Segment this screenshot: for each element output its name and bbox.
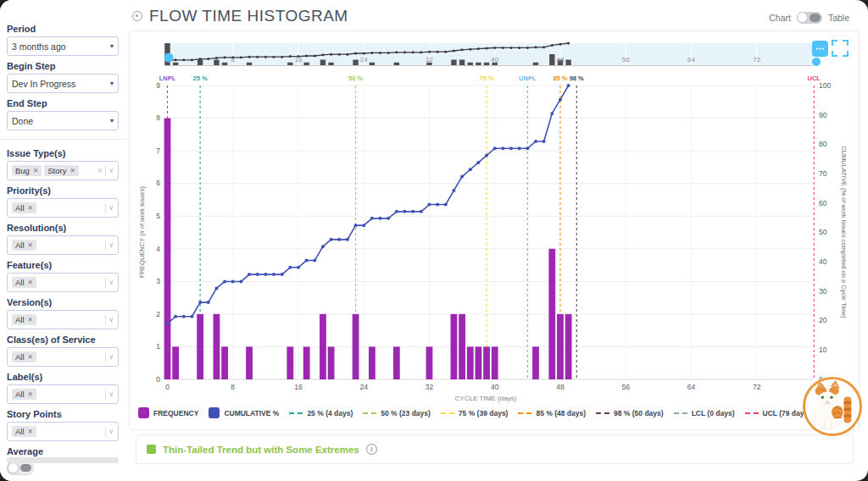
frequency-bar[interactable]: [353, 314, 359, 379]
frequency-bar[interactable]: [287, 346, 293, 379]
filter-issue-type-s[interactable]: Bug✕Story✕✕∨: [7, 161, 119, 180]
legend-label: CUMULATIVE %: [224, 409, 279, 417]
frequency-bar[interactable]: [164, 119, 171, 379]
chevron-down-icon[interactable]: ∨: [108, 241, 114, 249]
frequency-bar[interactable]: [565, 314, 572, 379]
y-left-tick-label: 3: [156, 277, 160, 285]
legend-item-98-50-days[interactable]: 98 % (50 days): [596, 409, 664, 417]
remove-icon[interactable]: ✕: [28, 241, 33, 249]
remove-icon[interactable]: ✕: [28, 204, 33, 212]
cumulative-point: [182, 315, 186, 318]
chevron-down-icon[interactable]: ∨: [108, 316, 114, 323]
frequency-bar[interactable]: [532, 346, 539, 379]
frequency-bar[interactable]: [548, 249, 555, 379]
filter-priority-s[interactable]: All✕∨: [7, 198, 119, 218]
frequency-bar[interactable]: [214, 314, 220, 379]
frequency-bar[interactable]: [303, 346, 310, 379]
chevron-down-icon[interactable]: ∨: [108, 279, 114, 286]
filter-label: Story Points: [7, 409, 119, 419]
brush-right-handle[interactable]: [812, 58, 821, 66]
frequency-bar[interactable]: [320, 314, 326, 379]
filter-field: Priority(s)All✕∨: [7, 185, 119, 218]
filter-version-s[interactable]: All✕∨: [7, 310, 119, 329]
legend-label: 75 % (39 days): [459, 409, 509, 417]
filter-story-points[interactable]: All✕∨: [7, 422, 119, 441]
cumulative-point: [387, 217, 390, 220]
frequency-bar[interactable]: [492, 346, 498, 379]
filter-end-step[interactable]: Done▾: [7, 111, 119, 130]
legend-item-ucl-79-days[interactable]: UCL (79 days): [745, 409, 811, 417]
remove-icon[interactable]: ✕: [28, 316, 33, 323]
legend-item-frequency[interactable]: FREQUENCY: [138, 407, 198, 418]
frequency-bar[interactable]: [393, 346, 400, 379]
x-tick-label: 48: [556, 383, 565, 391]
chevron-down-icon[interactable]: ∨: [108, 204, 114, 212]
legend-item-50-23-days[interactable]: 50 % (23 days): [363, 409, 431, 417]
brush-background[interactable]: [164, 43, 813, 65]
filter-resolution-s[interactable]: All✕∨: [7, 235, 119, 255]
filter-feature-s[interactable]: All✕∨: [7, 273, 119, 292]
frequency-bar[interactable]: [197, 314, 203, 379]
cat-avatar[interactable]: [803, 377, 862, 436]
brush-bar: [222, 63, 227, 65]
sidebar-horizontal-scrollbar[interactable]: [7, 457, 119, 463]
legend-item-75-39-days[interactable]: 75 % (39 days): [441, 409, 509, 417]
remove-icon[interactable]: ✕: [28, 390, 33, 398]
chip-all: All✕: [12, 351, 36, 362]
frequency-bar[interactable]: [172, 346, 179, 379]
chevron-down-icon[interactable]: ∨: [108, 353, 114, 361]
chevron-down-icon[interactable]: ∨: [108, 390, 114, 398]
view-toggle-switch[interactable]: [797, 12, 822, 24]
remove-icon[interactable]: ✕: [28, 428, 33, 435]
flow-time-chart[interactable]: 81624324048566472LNPL25 %50 %75 %UNPL85 …: [130, 31, 860, 404]
frequency-bar[interactable]: [369, 346, 376, 379]
remove-icon[interactable]: ✕: [33, 167, 38, 174]
frequency-bar[interactable]: [467, 346, 474, 379]
info-icon[interactable]: i: [366, 444, 377, 455]
remove-icon[interactable]: ✕: [70, 167, 75, 174]
brush-bar: [370, 63, 375, 65]
marker-label-75: 75 %: [479, 75, 493, 82]
filter-period[interactable]: 3 months ago▾: [7, 36, 119, 56]
cumulative-point: [321, 245, 325, 248]
frequency-bar[interactable]: [451, 314, 458, 379]
brush-minimap[interactable]: 81624324048566472: [164, 41, 849, 66]
frequency-bar[interactable]: [483, 346, 490, 379]
legend-swatch: [441, 412, 454, 414]
expand-icon[interactable]: [832, 41, 848, 56]
remove-icon[interactable]: ✕: [28, 279, 33, 286]
legend-item-85-48-days[interactable]: 85 % (48 days): [518, 409, 586, 417]
legend-item-lcl-0-days[interactable]: LCL (0 days): [674, 409, 735, 417]
chevron-down-icon[interactable]: ∨: [108, 428, 114, 435]
frequency-bar[interactable]: [459, 314, 465, 379]
cumulative-point: [223, 279, 226, 283]
brush-left-handle[interactable]: [164, 53, 174, 63]
frequency-bar[interactable]: [221, 346, 228, 379]
table-toggle-label[interactable]: Table: [828, 13, 849, 23]
chart-toggle-label[interactable]: Chart: [769, 13, 791, 23]
filter-class-es-of-service[interactable]: All✕∨: [7, 347, 119, 367]
filter-field: Class(es) of ServiceAll✕∨: [7, 334, 119, 367]
frequency-bar[interactable]: [557, 314, 564, 379]
chevron-down-icon[interactable]: ∨: [108, 167, 114, 174]
frequency-bar[interactable]: [475, 346, 481, 379]
legend-label: 98 % (50 days): [614, 409, 664, 417]
brush-bar: [468, 63, 473, 65]
x-tick-label: 8: [231, 383, 235, 391]
brush-bar: [214, 60, 219, 66]
chevron-down-icon: ▾: [110, 117, 114, 124]
clear-icon[interactable]: ✕: [97, 167, 103, 174]
filter-begin-step[interactable]: Dev In Progress▾: [7, 74, 119, 93]
frequency-bar[interactable]: [246, 346, 253, 379]
percentile-markers: LNPL25 %50 %75 %UNPL85 %98 %UCL: [159, 75, 821, 379]
selected-value: Dev In Progress: [12, 79, 108, 89]
drag-dots-icon: [819, 47, 821, 49]
remove-icon[interactable]: ✕: [28, 353, 33, 361]
frequency-bar[interactable]: [328, 346, 335, 379]
average-toggle[interactable]: [7, 462, 34, 475]
legend-item-25-4-days[interactable]: 25 % (4 days): [289, 409, 353, 417]
drag-dots-icon: [822, 47, 824, 49]
frequency-bar[interactable]: [426, 346, 433, 379]
legend-item-cumulative[interactable]: CUMULATIVE %: [209, 407, 279, 418]
filter-label-s[interactable]: All✕∨: [7, 384, 119, 404]
